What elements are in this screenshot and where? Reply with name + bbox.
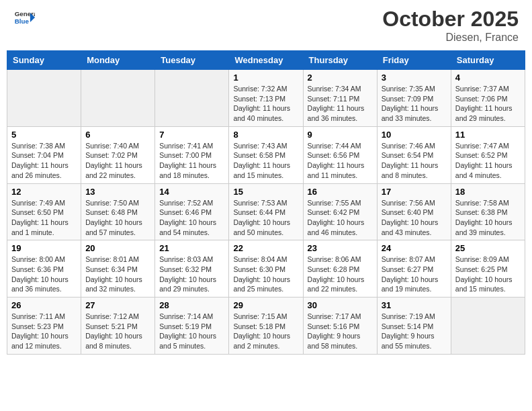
day-number: 26 <box>11 300 77 310</box>
calendar-cell: 27Sunrise: 7:12 AM Sunset: 5:21 PM Dayli… <box>81 298 155 355</box>
day-info: Sunrise: 7:53 AM Sunset: 6:44 PM Dayligh… <box>233 198 298 238</box>
calendar-cell: 24Sunrise: 8:07 AM Sunset: 6:27 PM Dayli… <box>377 240 451 298</box>
weekday-header-tuesday: Tuesday <box>155 51 229 70</box>
day-info: Sunrise: 7:56 AM Sunset: 6:40 PM Dayligh… <box>382 198 447 238</box>
calendar-cell: 9Sunrise: 7:44 AM Sunset: 6:56 PM Daylig… <box>303 126 377 183</box>
week-row-2: 5Sunrise: 7:38 AM Sunset: 7:04 PM Daylig… <box>7 126 525 183</box>
day-info: Sunrise: 7:58 AM Sunset: 6:38 PM Dayligh… <box>455 198 521 238</box>
day-number: 2 <box>308 73 373 83</box>
calendar-cell: 18Sunrise: 7:58 AM Sunset: 6:38 PM Dayli… <box>451 183 525 240</box>
svg-text:Blue: Blue <box>15 17 30 25</box>
day-info: Sunrise: 7:12 AM Sunset: 5:21 PM Dayligh… <box>85 312 150 351</box>
day-info: Sunrise: 7:17 AM Sunset: 5:16 PM Dayligh… <box>308 312 373 351</box>
day-number: 27 <box>85 300 150 310</box>
weekday-header-thursday: Thursday <box>303 51 377 70</box>
day-number: 6 <box>85 130 150 140</box>
weekday-header-friday: Friday <box>377 51 451 70</box>
day-number: 24 <box>382 243 447 253</box>
day-number: 18 <box>455 187 521 197</box>
day-number: 11 <box>455 130 521 140</box>
week-row-1: 1Sunrise: 7:32 AM Sunset: 7:13 PM Daylig… <box>7 70 525 127</box>
day-number: 3 <box>382 73 447 83</box>
day-info: Sunrise: 7:38 AM Sunset: 7:04 PM Dayligh… <box>11 141 77 181</box>
calendar-cell: 1Sunrise: 7:32 AM Sunset: 7:13 PM Daylig… <box>229 70 303 127</box>
calendar-cell: 10Sunrise: 7:46 AM Sunset: 6:54 PM Dayli… <box>377 126 451 183</box>
day-number: 16 <box>308 187 373 197</box>
weekday-header-saturday: Saturday <box>451 51 525 70</box>
day-number: 30 <box>308 300 373 310</box>
day-number: 9 <box>308 130 373 140</box>
day-info: Sunrise: 7:34 AM Sunset: 7:11 PM Dayligh… <box>308 84 373 124</box>
day-number: 31 <box>382 300 447 310</box>
calendar-cell: 6Sunrise: 7:40 AM Sunset: 7:02 PM Daylig… <box>81 126 155 183</box>
weekday-header-row: SundayMondayTuesdayWednesdayThursdayFrid… <box>7 51 525 70</box>
day-number: 29 <box>233 300 298 310</box>
day-info: Sunrise: 7:35 AM Sunset: 7:09 PM Dayligh… <box>382 84 447 124</box>
weekday-header-wednesday: Wednesday <box>229 51 303 70</box>
calendar-cell: 23Sunrise: 8:06 AM Sunset: 6:28 PM Dayli… <box>303 240 377 298</box>
day-number: 1 <box>233 73 298 83</box>
day-info: Sunrise: 7:49 AM Sunset: 6:50 PM Dayligh… <box>11 198 77 238</box>
day-info: Sunrise: 7:41 AM Sunset: 7:00 PM Dayligh… <box>159 141 224 181</box>
day-number: 10 <box>382 130 447 140</box>
day-number: 25 <box>455 243 521 253</box>
day-number: 13 <box>85 187 150 197</box>
day-info: Sunrise: 7:14 AM Sunset: 5:19 PM Dayligh… <box>159 312 224 351</box>
calendar-cell: 2Sunrise: 7:34 AM Sunset: 7:11 PM Daylig… <box>303 70 377 127</box>
day-info: Sunrise: 7:40 AM Sunset: 7:02 PM Dayligh… <box>85 141 150 181</box>
day-info: Sunrise: 7:19 AM Sunset: 5:14 PM Dayligh… <box>382 312 447 351</box>
calendar-cell: 22Sunrise: 8:04 AM Sunset: 6:30 PM Dayli… <box>229 240 303 298</box>
calendar-cell <box>155 70 229 127</box>
weekday-header-monday: Monday <box>81 51 155 70</box>
calendar-cell: 11Sunrise: 7:47 AM Sunset: 6:52 PM Dayli… <box>451 126 525 183</box>
day-number: 23 <box>308 243 373 253</box>
calendar-cell: 31Sunrise: 7:19 AM Sunset: 5:14 PM Dayli… <box>377 298 451 355</box>
calendar-cell: 3Sunrise: 7:35 AM Sunset: 7:09 PM Daylig… <box>377 70 451 127</box>
calendar-cell: 16Sunrise: 7:55 AM Sunset: 6:42 PM Dayli… <box>303 183 377 240</box>
day-number: 7 <box>159 130 224 140</box>
day-number: 20 <box>85 243 150 253</box>
calendar-cell: 7Sunrise: 7:41 AM Sunset: 7:00 PM Daylig… <box>155 126 229 183</box>
calendar-cell: 15Sunrise: 7:53 AM Sunset: 6:44 PM Dayli… <box>229 183 303 240</box>
day-number: 8 <box>233 130 298 140</box>
week-row-4: 19Sunrise: 8:00 AM Sunset: 6:36 PM Dayli… <box>7 240 525 298</box>
calendar-table: SundayMondayTuesdayWednesdayThursdayFrid… <box>7 50 525 355</box>
calendar-cell: 8Sunrise: 7:43 AM Sunset: 6:58 PM Daylig… <box>229 126 303 183</box>
calendar-cell: 26Sunrise: 7:11 AM Sunset: 5:23 PM Dayli… <box>7 298 81 355</box>
weekday-header-sunday: Sunday <box>7 51 81 70</box>
day-info: Sunrise: 7:46 AM Sunset: 6:54 PM Dayligh… <box>382 141 447 181</box>
calendar-cell <box>451 298 525 355</box>
day-number: 15 <box>233 187 298 197</box>
day-info: Sunrise: 7:55 AM Sunset: 6:42 PM Dayligh… <box>308 198 373 238</box>
day-number: 21 <box>159 243 224 253</box>
day-info: Sunrise: 7:43 AM Sunset: 6:58 PM Dayligh… <box>233 141 298 181</box>
calendar-cell: 14Sunrise: 7:52 AM Sunset: 6:46 PM Dayli… <box>155 183 229 240</box>
day-info: Sunrise: 8:03 AM Sunset: 6:32 PM Dayligh… <box>159 255 224 294</box>
calendar-cell: 29Sunrise: 7:15 AM Sunset: 5:18 PM Dayli… <box>229 298 303 355</box>
day-info: Sunrise: 7:50 AM Sunset: 6:48 PM Dayligh… <box>85 198 150 238</box>
week-row-5: 26Sunrise: 7:11 AM Sunset: 5:23 PM Dayli… <box>7 298 525 355</box>
calendar-cell: 4Sunrise: 7:37 AM Sunset: 7:06 PM Daylig… <box>451 70 525 127</box>
day-number: 5 <box>11 130 77 140</box>
day-number: 22 <box>233 243 298 253</box>
calendar-cell: 21Sunrise: 8:03 AM Sunset: 6:32 PM Dayli… <box>155 240 229 298</box>
calendar-cell: 25Sunrise: 8:09 AM Sunset: 6:25 PM Dayli… <box>451 240 525 298</box>
day-info: Sunrise: 8:06 AM Sunset: 6:28 PM Dayligh… <box>308 255 373 294</box>
day-number: 28 <box>159 300 224 310</box>
day-info: Sunrise: 8:09 AM Sunset: 6:25 PM Dayligh… <box>455 255 521 294</box>
calendar-cell <box>7 70 81 127</box>
calendar-cell: 17Sunrise: 7:56 AM Sunset: 6:40 PM Dayli… <box>377 183 451 240</box>
day-number: 17 <box>382 187 447 197</box>
day-info: Sunrise: 7:47 AM Sunset: 6:52 PM Dayligh… <box>455 141 521 181</box>
day-info: Sunrise: 8:01 AM Sunset: 6:34 PM Dayligh… <box>85 255 150 294</box>
calendar-cell: 12Sunrise: 7:49 AM Sunset: 6:50 PM Dayli… <box>7 183 81 240</box>
day-info: Sunrise: 8:07 AM Sunset: 6:27 PM Dayligh… <box>382 255 447 294</box>
calendar-cell: 30Sunrise: 7:17 AM Sunset: 5:16 PM Dayli… <box>303 298 377 355</box>
week-row-3: 12Sunrise: 7:49 AM Sunset: 6:50 PM Dayli… <box>7 183 525 240</box>
day-info: Sunrise: 7:15 AM Sunset: 5:18 PM Dayligh… <box>233 312 298 351</box>
calendar-cell: 19Sunrise: 8:00 AM Sunset: 6:36 PM Dayli… <box>7 240 81 298</box>
day-number: 14 <box>159 187 224 197</box>
day-number: 19 <box>11 243 77 253</box>
day-info: Sunrise: 7:37 AM Sunset: 7:06 PM Dayligh… <box>455 84 521 124</box>
day-info: Sunrise: 8:04 AM Sunset: 6:30 PM Dayligh… <box>233 255 298 294</box>
